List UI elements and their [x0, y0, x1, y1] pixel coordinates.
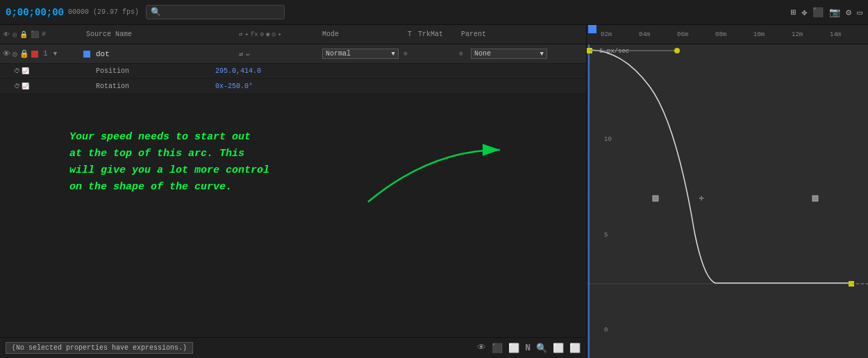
ruler-10m: 10m: [753, 31, 792, 38]
layer-color-indicator: [31, 51, 38, 58]
column-headers: 👁 ◎ 🔒 ⬛ # Source Name ⇄ ✦ fx ⚙ ◉ ◎ ✦ Mod…: [0, 25, 586, 44]
solo-icon[interactable]: ◎: [12, 49, 17, 58]
right-panel: 02m 04m 06m 08m 10m 12m 14m: [587, 25, 868, 358]
graph-icon-pos[interactable]: 📈: [22, 67, 29, 75]
top-bar-icons: ⊞ ✥ ⬛ 📷 ⚙ ▭: [791, 7, 862, 18]
lock-col-header: 🔒: [19, 31, 28, 39]
lock-icon[interactable]: 🔒: [19, 49, 29, 58]
source-name-header: Source Name: [83, 31, 236, 38]
graph-area[interactable]: ✛ 10 5 0 5 px/sec: [587, 44, 868, 358]
timeline-ruler: 02m 04m 06m 08m 10m 12m 14m: [587, 31, 868, 38]
bottom-fit1-icon[interactable]: ⬜: [553, 343, 564, 354]
grid-icon[interactable]: ⊞: [791, 7, 796, 18]
position-prop-name: Position: [90, 67, 215, 75]
fps-display: 00000 (29.97 fps): [68, 8, 139, 16]
main-layout: 👁 ◎ 🔒 ⬛ # Source Name ⇄ ✦ fx ⚙ ◉ ◎ ✦ Mod…: [0, 25, 868, 358]
search-area[interactable]: 🔍: [146, 5, 285, 19]
graph-icon-rot[interactable]: 📈: [22, 83, 29, 90]
t-header: T: [403, 31, 417, 38]
mode-chevron: ▼: [392, 51, 395, 58]
y-axis: 10 5 0: [594, 44, 612, 337]
bottom-icons: 👁 ⬛ ⬜ N 🔍 ⬜ ⬜: [477, 343, 581, 354]
annotation-line2: at the top of this arc. This: [69, 146, 269, 162]
ruler-06m: 06m: [677, 31, 715, 38]
rotation-prop-name: Rotation: [90, 83, 215, 90]
layer-name[interactable]: dot: [93, 50, 239, 58]
search-icon: 🔍: [151, 7, 161, 17]
num-col-header: #: [42, 31, 46, 38]
parent-icon: ⊙: [454, 50, 468, 58]
rect-icon[interactable]: ▭: [857, 7, 862, 18]
position-prop-row: ⏱ 📈 Position 295.0,414.0: [0, 64, 586, 79]
layer-expand-toggle[interactable]: ▼: [53, 51, 57, 58]
settings-icon[interactable]: ⚙: [846, 7, 851, 18]
camera-icon[interactable]: 📷: [829, 7, 840, 18]
parent-chevron: ▼: [540, 51, 544, 58]
stopwatch-icon-pos[interactable]: ⏱: [14, 67, 20, 75]
bottom-zoom-icon[interactable]: 🔍: [536, 343, 547, 354]
layer-visibility-icons: 👁 ◎ 🔒 1 ▼: [0, 49, 83, 58]
prop-indent-area-rot: ⏱ 📈: [0, 83, 90, 90]
fx-switch-icon[interactable]: ⇄: [239, 50, 243, 58]
annotation-container: Your speed needs to start out at the top…: [0, 94, 586, 337]
expression-note: (No selected properties have expressions…: [6, 342, 193, 354]
rotation-prop-value: 0x-250.0°: [215, 83, 253, 90]
fx-icons-header: ⇄ ✦ fx ⚙ ◉ ◎ ✦: [236, 31, 319, 38]
stopwatch-icon-rot[interactable]: ⏱: [14, 83, 20, 90]
mode-header: Mode: [319, 31, 403, 38]
handle-mid: [653, 196, 658, 201]
annotation-line3: will give you a lot more control: [69, 162, 269, 179]
mode-dropdown[interactable]: Normal ▼: [322, 49, 399, 59]
eye-icon[interactable]: 👁: [3, 49, 10, 58]
eye-col-header: 👁: [3, 31, 10, 39]
timeline-header: 02m 04m 06m 08m 10m 12m 14m: [587, 25, 868, 44]
bottom-n-icon[interactable]: N: [525, 343, 531, 353]
rotation-prop-row: ⏱ 📈 Rotation 0x-250.0°: [0, 79, 586, 94]
speed-label: 5 px/sec: [599, 48, 629, 55]
position-prop-value: 295.0,414.0: [215, 67, 261, 75]
left-panel: 👁 ◎ 🔒 ⬛ # Source Name ⇄ ✦ fx ⚙ ◉ ◎ ✦ Mod…: [0, 25, 587, 358]
layer-fx-icons: ⇄ ✏: [239, 50, 322, 58]
move-icon[interactable]: ✥: [802, 7, 808, 18]
label-col-header: ⬛: [31, 31, 39, 39]
ruler-12m: 12m: [792, 31, 830, 38]
t-icon: ⊙: [403, 50, 407, 58]
annotation-line4: on the shape of the curve.: [69, 179, 269, 196]
trkmat-header: TrkMat: [417, 31, 458, 38]
y-label-10: 10: [604, 136, 612, 143]
solo-col-header: ◎: [12, 31, 17, 39]
parent-header: Parent: [458, 31, 528, 38]
mode-value: Normal: [326, 50, 351, 58]
layer-type-icon: [83, 51, 93, 58]
parent-dropdown[interactable]: None ▼: [471, 49, 547, 59]
bottom-fit2-icon[interactable]: ⬜: [569, 343, 581, 354]
svg-text:✛: ✛: [699, 194, 703, 203]
ruler-08m: 08m: [715, 31, 753, 38]
copy-icon[interactable]: ⬛: [812, 7, 824, 18]
t-col: ⊙: [399, 50, 412, 58]
pen-icon[interactable]: ✏: [246, 50, 250, 58]
ruler-14m: 14m: [830, 31, 868, 38]
top-bar: 0;00;00;00 00000 (29.97 fps) 🔍 ⊞ ✥ ⬛ 📷 ⚙…: [0, 0, 868, 25]
parent-value: None: [474, 50, 491, 58]
ruler-02m: 02m: [601, 31, 639, 38]
timecode-display: 0;00;00;00: [6, 7, 64, 18]
bottom-keyframe-icon[interactable]: ⬜: [508, 343, 519, 354]
y-label-5: 5: [604, 232, 612, 239]
handle-circle-top: [674, 48, 680, 53]
bottom-grid-icon[interactable]: ⬛: [492, 343, 503, 354]
annotation-text: Your speed needs to start out at the top…: [69, 129, 269, 196]
layer-row[interactable]: 👁 ◎ 🔒 1 ▼ dot ⇄ ✏ Normal ▼ ⊙: [0, 44, 586, 64]
handle-far: [812, 196, 818, 201]
y-label-0: 0: [604, 327, 612, 334]
col-icons-area: 👁 ◎ 🔒 ⬛ #: [0, 31, 83, 39]
ruler-04m: 04m: [639, 31, 677, 38]
graph-grid-svg: ✛: [587, 44, 868, 358]
annotation-line1: Your speed needs to start out: [69, 129, 269, 146]
bottom-eye-icon[interactable]: 👁: [477, 343, 486, 353]
playhead-marker: [588, 25, 596, 33]
bottom-bar: (No selected properties have expressions…: [0, 337, 586, 358]
prop-indent-area: ⏱ 📈: [0, 67, 90, 75]
layer-number: 1: [40, 50, 51, 58]
